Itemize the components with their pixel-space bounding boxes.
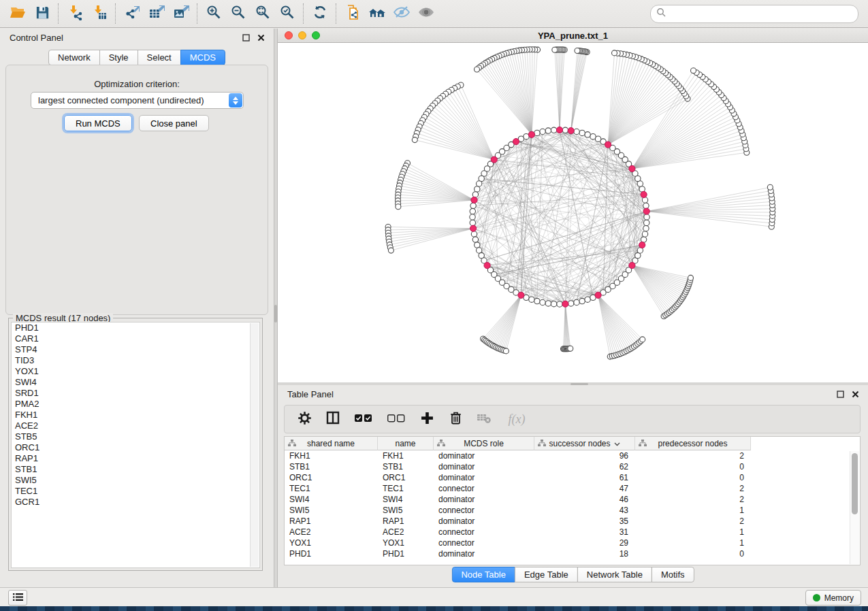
open-file-button[interactable] bbox=[5, 3, 30, 24]
list-item[interactable]: TEC1 bbox=[12, 486, 259, 497]
tab-node-table[interactable]: Node Table bbox=[451, 567, 515, 582]
table-scrollbar[interactable] bbox=[850, 451, 859, 564]
function-builder-button[interactable]: f(x) bbox=[505, 412, 528, 427]
close-panel-button[interactable] bbox=[851, 390, 860, 399]
select-all-button[interactable] bbox=[354, 412, 373, 427]
clone-network-button[interactable] bbox=[340, 3, 365, 24]
zoom-fit-button[interactable] bbox=[251, 3, 275, 24]
list-item[interactable]: PHD1 bbox=[12, 323, 259, 333]
table-cell: 1 bbox=[635, 538, 751, 548]
close-panel-button[interactable] bbox=[257, 33, 266, 42]
run-mcds-button[interactable]: Run MCDS bbox=[64, 115, 132, 131]
list-item[interactable]: SWI4 bbox=[12, 377, 259, 388]
table-cell: SWI4 bbox=[285, 495, 378, 504]
column-header-name[interactable]: name bbox=[378, 437, 434, 450]
table-cell: 43 bbox=[534, 506, 635, 515]
delete-table-button[interactable] bbox=[477, 412, 492, 427]
mcds-list-scrollbar[interactable] bbox=[250, 323, 259, 567]
refresh-view-button[interactable] bbox=[308, 3, 332, 24]
mcds-result-list[interactable]: PHD1CAR1STP4TID3YOX1SWI4SRD1PMA2FKH1ACE2… bbox=[11, 322, 260, 568]
table-row[interactable]: FKH1FKH1dominator962 bbox=[285, 450, 860, 461]
table-row[interactable]: STB1STB1dominator620 bbox=[285, 461, 860, 472]
deselect-all-button[interactable] bbox=[387, 412, 406, 427]
list-item[interactable]: RAP1 bbox=[12, 453, 259, 464]
list-item[interactable]: PMA2 bbox=[12, 399, 259, 410]
list-item[interactable]: STP4 bbox=[12, 344, 259, 355]
list-item[interactable]: ORC1 bbox=[12, 442, 259, 453]
table-row[interactable]: ORC1ORC1dominator610 bbox=[285, 472, 860, 483]
refresh-icon bbox=[312, 4, 328, 23]
tab-style[interactable]: Style bbox=[99, 50, 138, 65]
table-row[interactable]: YOX1YOX1connector291 bbox=[285, 538, 860, 548]
tab-motifs[interactable]: Motifs bbox=[652, 567, 694, 582]
optimization-criterion-select[interactable]: largest connected component (undirected) bbox=[31, 92, 244, 109]
status-bar: Memory bbox=[0, 587, 868, 606]
add-column-button[interactable] bbox=[419, 412, 434, 427]
shared-column-icon bbox=[639, 440, 647, 449]
plus-icon bbox=[421, 412, 434, 427]
list-item[interactable]: YOX1 bbox=[12, 366, 259, 377]
column-header-predecessor-nodes[interactable]: predecessor nodes bbox=[635, 437, 751, 450]
table-row[interactable]: SWI5SWI5connector431 bbox=[285, 505, 860, 516]
hide-selected-button[interactable] bbox=[389, 3, 414, 24]
memory-button[interactable]: Memory bbox=[805, 590, 861, 606]
close-mcds-panel-button[interactable]: Close panel bbox=[139, 115, 209, 131]
table-cell: connector bbox=[434, 506, 534, 515]
tab-edge-table[interactable]: Edge Table bbox=[515, 567, 578, 582]
show-columns-button[interactable] bbox=[325, 412, 340, 427]
table-mode-button[interactable] bbox=[297, 412, 312, 427]
show-hidden-button[interactable] bbox=[414, 3, 438, 24]
tab-network-table[interactable]: Network Table bbox=[577, 567, 652, 582]
export-table-button[interactable] bbox=[144, 3, 169, 24]
eye-icon bbox=[417, 4, 435, 23]
tab-network[interactable]: Network bbox=[48, 50, 100, 65]
import-network-button[interactable] bbox=[63, 3, 87, 24]
table-cell: 62 bbox=[534, 462, 635, 472]
search-input[interactable] bbox=[669, 8, 852, 20]
list-item[interactable]: ACE2 bbox=[12, 420, 259, 431]
export-image-button[interactable] bbox=[169, 3, 193, 24]
fx-icon: f(x) bbox=[509, 412, 526, 427]
zoom-selected-button[interactable] bbox=[275, 3, 300, 24]
table-cell: 46 bbox=[534, 495, 635, 504]
trash-icon bbox=[449, 411, 462, 427]
scrollbar-thumb[interactable] bbox=[852, 453, 858, 514]
zoom-out-button[interactable] bbox=[226, 3, 251, 24]
column-header-successor-nodes[interactable]: successor nodes bbox=[534, 437, 635, 450]
splitter-handle[interactable] bbox=[274, 305, 277, 323]
zoom-in-button[interactable] bbox=[202, 3, 226, 24]
column-header-MCDS-role[interactable]: MCDS role bbox=[434, 437, 534, 450]
float-panel-button[interactable] bbox=[242, 33, 251, 42]
table-cell: connector bbox=[434, 538, 534, 548]
list-item[interactable]: GCR1 bbox=[12, 497, 259, 508]
tab-select[interactable]: Select bbox=[138, 50, 181, 65]
table-cell: dominator bbox=[434, 516, 534, 526]
list-item[interactable]: SRD1 bbox=[12, 388, 259, 399]
first-neighbors-button[interactable] bbox=[365, 3, 389, 24]
list-item[interactable]: SWI5 bbox=[12, 475, 259, 486]
column-header-shared-name[interactable]: shared name bbox=[285, 437, 378, 450]
table-row[interactable]: RAP1RAP1dominator352 bbox=[285, 516, 860, 527]
import-table-button[interactable] bbox=[87, 3, 112, 24]
list-item[interactable]: STB1 bbox=[12, 464, 259, 475]
save-session-button[interactable] bbox=[30, 3, 54, 24]
table-cell: ORC1 bbox=[378, 473, 434, 482]
list-item[interactable]: STB5 bbox=[12, 431, 259, 442]
table-cell: dominator bbox=[434, 451, 534, 461]
list-item[interactable]: CAR1 bbox=[12, 333, 259, 344]
delete-columns-button[interactable] bbox=[448, 412, 463, 427]
table-row[interactable]: ACE2ACE2connector311 bbox=[285, 527, 860, 538]
table-row[interactable]: SWI4SWI4dominator462 bbox=[285, 494, 860, 505]
table-cell: 29 bbox=[534, 538, 635, 548]
list-item[interactable]: TID3 bbox=[12, 355, 259, 366]
float-panel-button[interactable] bbox=[836, 390, 845, 399]
network-canvas[interactable] bbox=[278, 43, 868, 382]
table-cell: 2 bbox=[635, 451, 751, 461]
export-network-button[interactable] bbox=[120, 3, 144, 24]
table-row[interactable]: TEC1TEC1connector472 bbox=[285, 483, 860, 494]
table-cell: TEC1 bbox=[378, 484, 434, 493]
task-history-button[interactable] bbox=[8, 590, 27, 606]
list-item[interactable]: FKH1 bbox=[12, 410, 259, 420]
table-row[interactable]: PHD1PHD1dominator180 bbox=[285, 548, 860, 559]
tab-mcds[interactable]: MCDS bbox=[180, 50, 225, 65]
